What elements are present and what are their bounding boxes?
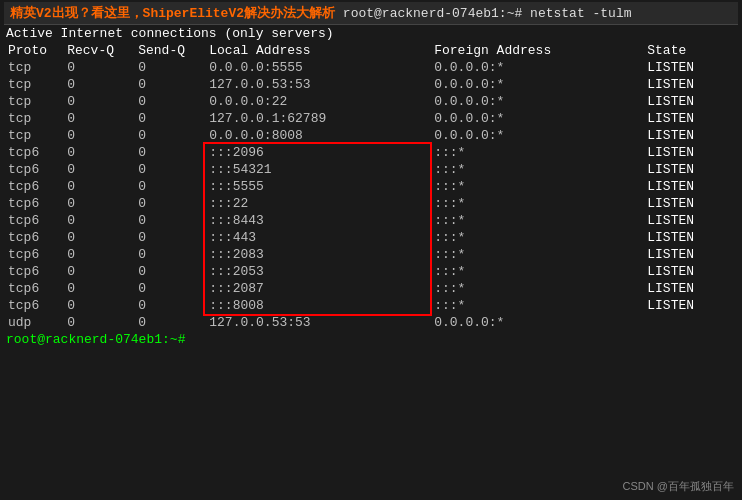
table-row: tcp600:::8443:::*LISTEN [4,212,738,229]
table-cell: 0 [134,178,205,195]
table-cell: tcp [4,76,63,93]
table-cell: :::* [430,229,643,246]
table-cell: LISTEN [643,127,738,144]
table-row: tcp600:::443:::*LISTEN [4,229,738,246]
table-cell: :::* [430,263,643,280]
table-body: tcp000.0.0.0:55550.0.0.0:*LISTENtcp00127… [4,59,738,331]
table-cell: :::54321 [205,161,430,178]
table-cell: 0.0.0.0:* [430,93,643,110]
table-cell: 0 [63,229,134,246]
table-cell: 0.0.0.0:22 [205,93,430,110]
table-row: tcp600:::2087:::*LISTEN [4,280,738,297]
content-area: Proto Recv-Q Send-Q Local Address Foreig… [4,42,738,348]
table-row: tcp600:::2083:::*LISTEN [4,246,738,263]
table-cell: LISTEN [643,93,738,110]
terminal-window: 精英V2出现？看这里，ShiperEliteV2解决办法大解析 root@rac… [0,0,742,500]
table-cell: 0 [134,246,205,263]
table-row: tcp600:::2096:::*LISTEN [4,144,738,161]
table-cell: tcp6 [4,195,63,212]
table-cell: 0 [63,93,134,110]
table-row: tcp600:::5555:::*LISTEN [4,178,738,195]
table-cell: tcp6 [4,280,63,297]
table-cell: 0 [134,297,205,314]
watermark: CSDN @百年孤独百年 [623,479,734,494]
table-row: tcp000.0.0.0:80080.0.0.0:*LISTEN [4,127,738,144]
table-row: tcp600:::22:::*LISTEN [4,195,738,212]
table-cell [643,314,738,331]
table-cell: :::* [430,178,643,195]
table-cell: :::8443 [205,212,430,229]
table-row: tcp00127.0.0.53:530.0.0.0:*LISTEN [4,76,738,93]
table-cell: 0 [134,314,205,331]
table-cell: 0.0.0.0:* [430,110,643,127]
table-cell: tcp6 [4,229,63,246]
table-cell: 0 [63,195,134,212]
table-cell: LISTEN [643,229,738,246]
table-cell: 0 [134,161,205,178]
table-cell: LISTEN [643,76,738,93]
col-header-proto: Proto [4,42,63,59]
prompt-line: root@racknerd-074eb1:~# [4,331,738,348]
table-cell: LISTEN [643,263,738,280]
active-connections-label: Active Internet connections (only server… [4,25,738,42]
col-header-foreign: Foreign Address [430,42,643,59]
title-highlight: 精英V2出现？看这里，ShiperEliteV2解决办法大解析 [10,6,335,21]
table-cell: 0 [134,280,205,297]
table-cell: tcp6 [4,246,63,263]
table-cell: :::443 [205,229,430,246]
table-cell: :::* [430,161,643,178]
col-header-sendq: Send-Q [134,42,205,59]
table-cell: tcp [4,110,63,127]
table-cell: LISTEN [643,178,738,195]
table-cell: 0 [134,212,205,229]
table-cell: LISTEN [643,59,738,76]
table-header-row: Proto Recv-Q Send-Q Local Address Foreig… [4,42,738,59]
table-cell: tcp6 [4,297,63,314]
table-cell: tcp [4,59,63,76]
table-cell: 0 [134,76,205,93]
table-cell: 0 [63,212,134,229]
table-cell: 0.0.0.0:* [430,59,643,76]
col-header-recvq: Recv-Q [63,42,134,59]
prompt-text: root@racknerd-074eb1:~# [6,332,185,347]
table-cell: 0 [63,263,134,280]
table-row: tcp600:::8008:::*LISTEN [4,297,738,314]
table-cell: 0 [63,246,134,263]
table-cell: 0.0.0.0:* [430,127,643,144]
table-cell: 0 [134,110,205,127]
table-cell: LISTEN [643,280,738,297]
table-cell: 0 [63,110,134,127]
table-cell: 127.0.0.1:62789 [205,110,430,127]
table-cell: LISTEN [643,297,738,314]
table-cell: udp [4,314,63,331]
table-cell: :::2053 [205,263,430,280]
table-cell: :::* [430,195,643,212]
table-cell: 0.0.0.0:* [430,76,643,93]
title-bar: 精英V2出现？看这里，ShiperEliteV2解决办法大解析 root@rac… [4,2,738,25]
table-cell: :::* [430,246,643,263]
table-cell: :::2087 [205,280,430,297]
table-row: tcp000.0.0.0:220.0.0.0:*LISTEN [4,93,738,110]
table-row: tcp000.0.0.0:55550.0.0.0:*LISTEN [4,59,738,76]
table-cell: :::2096 [205,144,430,161]
table-cell: tcp [4,93,63,110]
table-row: tcp600:::2053:::*LISTEN [4,263,738,280]
table-cell: LISTEN [643,195,738,212]
table-cell: 0 [63,297,134,314]
table-cell: tcp6 [4,212,63,229]
table-cell: 127.0.0.53:53 [205,314,430,331]
table-cell: 127.0.0.53:53 [205,76,430,93]
table-cell: 0 [63,127,134,144]
table-cell: LISTEN [643,212,738,229]
table-cell: :::2083 [205,246,430,263]
table-cell: 0 [134,263,205,280]
title-command: root@racknerd-074eb1:~# netstat -tulm [343,6,632,21]
table-cell: 0 [134,59,205,76]
table-cell: 0 [134,93,205,110]
table-cell: :::8008 [205,297,430,314]
table-cell: tcp [4,127,63,144]
table-cell: LISTEN [643,144,738,161]
table-cell: 0 [63,76,134,93]
table-cell: 0 [63,59,134,76]
table-cell: 0 [134,229,205,246]
